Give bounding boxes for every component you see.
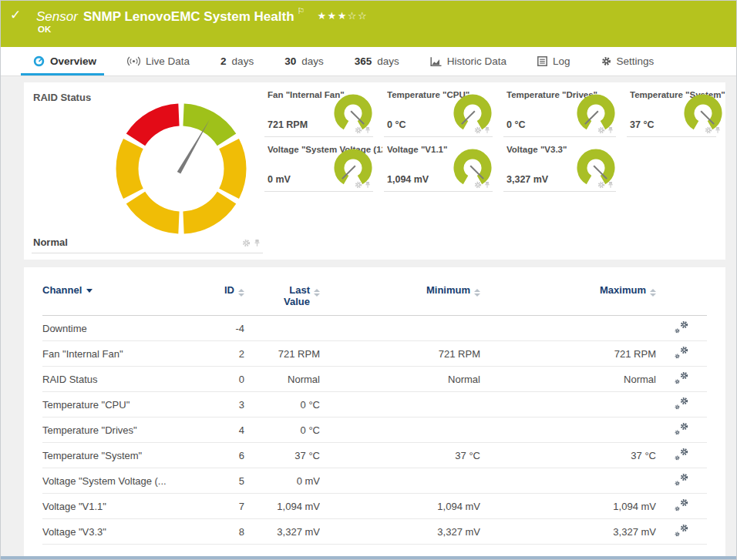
sort-icon — [238, 289, 244, 297]
tab-365-days[interactable]: 365 days — [355, 47, 399, 75]
tab-2-days-word: days — [232, 55, 254, 67]
channel-settings-icon[interactable] — [675, 397, 688, 410]
table-row[interactable]: Temperature "CPU" 3 0 °C — [42, 392, 707, 417]
table-row[interactable]: Temperature "Drives" 4 0 °C — [42, 417, 707, 443]
channel-name[interactable]: Downtime — [42, 316, 197, 341]
channels-table: Channel ID Last Value Minimum Maximum Do… — [42, 278, 707, 545]
gauge-settings-gear-icon[interactable] — [355, 181, 362, 189]
table-row[interactable]: Voltage "V3.3" 8 3,327 mV 3,327 mV 3,327… — [42, 519, 707, 545]
tab-2-days[interactable]: 2 days — [220, 47, 254, 75]
stars-filled[interactable]: ★★★ — [317, 10, 347, 22]
gauge-value: 37 °C — [630, 119, 654, 130]
channel-id: 8 — [197, 519, 244, 545]
column-header-minimum[interactable]: Minimum — [320, 278, 480, 316]
gauge-settings-gear-icon[interactable] — [474, 126, 482, 134]
channel-name[interactable]: Fan "Internal Fan" — [42, 341, 197, 367]
gauges-panel: RAID Status Normal Fan "Internal Fan" 72… — [24, 82, 725, 260]
channel-minimum: 37 °C — [320, 443, 480, 468]
channel-name[interactable]: Temperature "System" — [42, 443, 197, 468]
gauge-pin-icon[interactable] — [253, 239, 261, 247]
channel-settings-icon[interactable] — [675, 498, 688, 511]
channel-name[interactable]: Temperature "CPU" — [42, 392, 197, 417]
channel-maximum — [480, 468, 656, 494]
channel-id: 5 — [197, 468, 244, 494]
gauge-settings-gear-icon[interactable] — [355, 126, 362, 134]
channel-maximum: 3,327 mV — [480, 519, 656, 545]
tab-live-data-label: Live Data — [146, 55, 190, 67]
channel-minimum: 3,327 mV — [320, 519, 480, 545]
channel-id: 7 — [197, 494, 244, 519]
column-header-maximum[interactable]: Maximum — [480, 278, 656, 316]
gauge-cell-voltage-system: Voltage "System Voltage (12... 0 mV — [263, 137, 382, 192]
gauge-pin-icon[interactable] — [714, 126, 722, 134]
settings-gear-icon — [601, 56, 611, 66]
channel-settings-icon[interactable] — [675, 346, 688, 359]
table-row[interactable]: RAID Status 0 Normal Normal Normal — [42, 367, 707, 392]
gauge-pin-icon[interactable] — [607, 126, 614, 134]
channel-settings-icon[interactable] — [675, 524, 688, 537]
channel-last-value: 37 °C — [244, 443, 320, 468]
channel-minimum — [320, 316, 480, 341]
gauge-cell-temp-cpu: Temperature "CPU" 0 °C — [382, 82, 502, 137]
channel-minimum: 1,094 mV — [320, 494, 480, 519]
gauge-pin-icon[interactable] — [483, 181, 491, 189]
gauge-pin-icon[interactable] — [607, 181, 614, 189]
channel-name[interactable]: Voltage "System Voltage (... — [42, 468, 197, 494]
table-row[interactable]: Temperature "System" 6 37 °C 37 °C 37 °C — [42, 443, 707, 468]
tab-log-label: Log — [553, 55, 570, 67]
tab-log[interactable]: Log — [537, 47, 570, 75]
channel-settings-icon[interactable] — [675, 448, 688, 461]
channel-name[interactable]: RAID Status — [42, 367, 197, 392]
tab-30-days-number: 30 — [284, 55, 296, 67]
channel-minimum — [320, 417, 480, 443]
table-row[interactable]: Voltage "V1.1" 7 1,094 mV 1,094 mV 1,094… — [42, 494, 707, 519]
gauge-pin-icon[interactable] — [483, 126, 491, 134]
sort-desc-icon — [86, 289, 93, 293]
tab-365-days-word: days — [377, 55, 399, 67]
channel-name[interactable]: Voltage "V3.3" — [42, 519, 197, 545]
tab-overview[interactable]: Overview — [33, 47, 96, 75]
channel-id: 2 — [197, 341, 244, 367]
flag-icon[interactable]: ⚐ — [298, 6, 305, 15]
channel-settings-icon[interactable] — [675, 422, 688, 435]
gauge-settings-gear-icon[interactable] — [597, 126, 605, 134]
column-header-id[interactable]: ID — [197, 278, 244, 316]
gauge-settings-gear-icon[interactable] — [705, 126, 712, 134]
gauge-value: 721 RPM — [268, 119, 308, 130]
table-row[interactable]: Voltage "System Voltage (... 5 0 mV — [42, 468, 707, 494]
channel-last-value: 0 °C — [244, 392, 320, 417]
object-kind-label: Sensor — [36, 9, 78, 24]
channel-maximum: Normal — [480, 367, 656, 392]
column-header-last-value[interactable]: Last Value — [244, 278, 320, 316]
gauge-pin-icon[interactable] — [364, 181, 372, 189]
gauge-settings-gear-icon[interactable] — [474, 181, 482, 189]
tab-historic-data-label: Historic Data — [447, 55, 506, 67]
mini-gauges-grid: Fan "Internal Fan" 721 RPM Temperature "… — [263, 82, 725, 192]
table-row[interactable]: Fan "Internal Fan" 2 721 RPM 721 RPM 721… — [42, 341, 707, 367]
channel-last-value: 0 mV — [244, 468, 320, 494]
gauge-settings-gear-icon[interactable] — [242, 239, 251, 247]
tab-365-days-number: 365 — [355, 55, 372, 67]
tab-live-data[interactable]: Live Data — [127, 47, 190, 75]
tab-30-days[interactable]: 30 days — [284, 47, 324, 75]
channel-maximum — [480, 417, 656, 443]
channel-last-value: 0 °C — [244, 417, 320, 443]
channel-last-value — [244, 316, 320, 341]
column-header-channel[interactable]: Channel — [42, 278, 197, 316]
table-row[interactable]: Downtime -4 — [42, 316, 707, 341]
stars-empty[interactable]: ☆☆ — [348, 10, 368, 22]
channel-settings-icon[interactable] — [675, 320, 688, 334]
status-check-icon: ✓ — [10, 7, 21, 23]
gauge-settings-gear-icon[interactable] — [597, 181, 605, 189]
priority-stars[interactable]: ★★★☆☆ — [317, 10, 368, 22]
channel-settings-icon[interactable] — [675, 473, 688, 486]
gauge-pin-icon[interactable] — [364, 126, 372, 134]
channel-last-value: 1,094 mV — [244, 494, 320, 519]
channel-name[interactable]: Temperature "Drives" — [42, 417, 197, 443]
channel-name[interactable]: Voltage "V1.1" — [42, 494, 197, 519]
tab-settings[interactable]: Settings — [601, 47, 655, 75]
channel-settings-icon[interactable] — [675, 371, 688, 384]
gauge-cell-fan-internal: Fan "Internal Fan" 721 RPM — [263, 82, 382, 137]
tab-historic-data[interactable]: Historic Data — [430, 47, 506, 75]
channel-maximum: 37 °C — [480, 443, 656, 468]
